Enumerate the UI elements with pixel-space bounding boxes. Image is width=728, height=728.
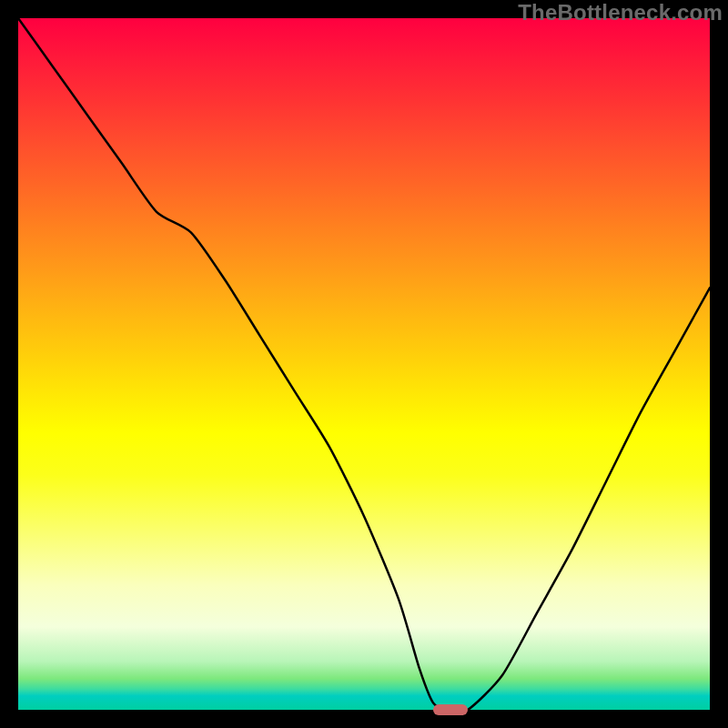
chart-frame: TheBottleneck.com xyxy=(0,0,728,728)
optimal-marker xyxy=(433,704,468,715)
watermark-text: TheBottleneck.com xyxy=(518,0,723,25)
bottleneck-curve xyxy=(18,18,710,710)
plot-area xyxy=(18,18,710,710)
